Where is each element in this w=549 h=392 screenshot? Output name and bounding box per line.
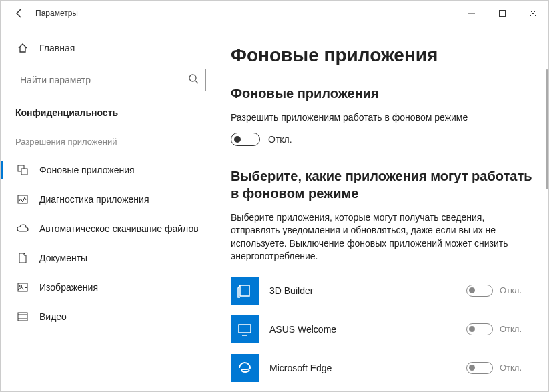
app-toggle-label: Откл. [500, 324, 522, 334]
svg-rect-9 [18, 313, 27, 321]
sidebar-item-label: Документы [39, 253, 87, 263]
sidebar-item-label: Изображения [39, 282, 98, 293]
search-input[interactable] [20, 75, 188, 85]
home-icon [17, 42, 29, 54]
image-icon [17, 281, 29, 293]
app-toggle-3d-builder[interactable] [466, 285, 493, 297]
background-apps-icon [17, 164, 29, 176]
svg-rect-12 [239, 325, 251, 333]
sidebar-item-images[interactable]: Изображения [13, 275, 217, 300]
sidebar-item-label: Автоматическое скачивание файлов [39, 223, 199, 234]
section-header: Конфиденциальность [13, 107, 217, 118]
app-row-asus-welcome: ASUS Welcome Откл. [231, 310, 535, 349]
document-icon [17, 252, 29, 264]
sidebar: Главная Конфиденциальность Разрешения пр… [1, 26, 217, 391]
section-2-title: Выберите, какие приложения могут работат… [231, 167, 535, 202]
app-name: Microsoft Edge [269, 363, 456, 373]
diagnostics-icon [17, 193, 29, 205]
close-button[interactable] [518, 1, 548, 26]
home-nav[interactable]: Главная [13, 38, 217, 58]
sidebar-item-app-diagnostics[interactable]: Диагностика приложения [13, 187, 217, 212]
sidebar-item-label: Диагностика приложения [39, 194, 149, 205]
app-toggle-label: Откл. [500, 363, 522, 373]
app-icon-3d-builder [231, 277, 259, 305]
app-icon-microsoft-edge [231, 354, 259, 382]
main-content: Фоновые приложения Фоновые приложения Ра… [217, 26, 548, 391]
window-title: Параметры [35, 9, 456, 18]
app-row-3d-builder: 3D Builder Откл. [231, 271, 535, 310]
svg-point-8 [20, 285, 22, 287]
page-title: Фоновые приложения [231, 45, 535, 66]
sidebar-item-label: Видео [39, 311, 67, 322]
app-name: 3D Builder [269, 285, 456, 296]
section-1-desc: Разрешить приложениям работать в фоновом… [231, 111, 511, 125]
section-2-desc: Выберите приложения, которые могут получ… [231, 211, 511, 263]
app-toggle-asus-welcome[interactable] [466, 323, 493, 335]
svg-line-3 [195, 81, 198, 83]
svg-point-2 [189, 75, 196, 81]
home-label: Главная [39, 43, 75, 53]
section-1-title: Фоновые приложения [231, 85, 535, 102]
app-toggle-label: Откл. [500, 285, 522, 295]
search-box[interactable] [13, 69, 206, 91]
sidebar-item-background-apps[interactable]: Фоновые приложения [13, 157, 217, 183]
master-toggle[interactable] [231, 133, 260, 146]
app-row-microsoft-edge: Microsoft Edge Откл. [231, 349, 535, 387]
scrollbar[interactable] [546, 69, 548, 189]
minimize-button[interactable] [456, 1, 487, 26]
titlebar: Параметры [1, 1, 548, 26]
sidebar-item-label: Фоновые приложения [39, 165, 135, 175]
subsection-header: Разрешения приложений [15, 137, 217, 147]
back-button[interactable] [9, 3, 30, 24]
sidebar-item-documents[interactable]: Документы [13, 245, 217, 271]
video-icon [17, 311, 29, 323]
svg-rect-1 [500, 11, 506, 17]
maximize-button[interactable] [487, 1, 518, 26]
master-toggle-label: Откл. [268, 134, 292, 145]
cloud-icon [17, 223, 29, 235]
app-icon-asus-welcome [231, 315, 259, 343]
app-name: ASUS Welcome [269, 324, 456, 335]
sidebar-item-video[interactable]: Видео [13, 304, 217, 329]
window-controls [456, 1, 548, 26]
svg-rect-5 [21, 169, 27, 175]
app-toggle-microsoft-edge[interactable] [466, 362, 493, 374]
search-icon [188, 73, 199, 87]
sidebar-item-auto-download[interactable]: Автоматическое скачивание файлов [13, 216, 217, 241]
